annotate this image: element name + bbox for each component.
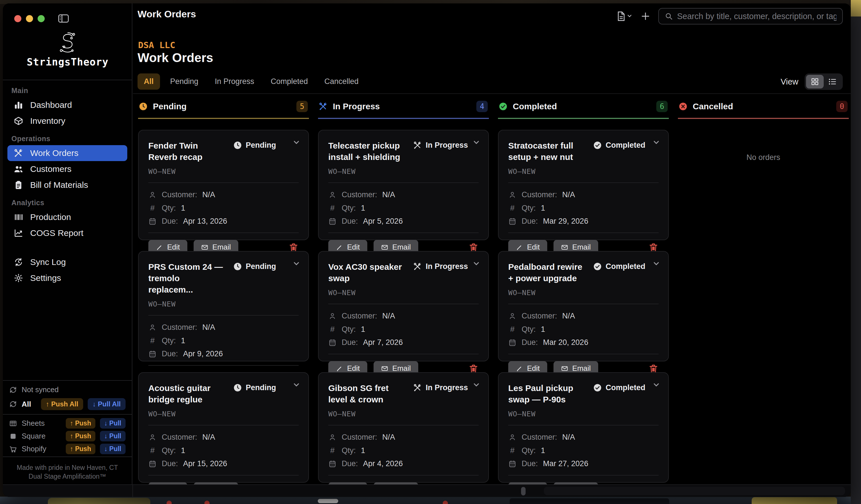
divider — [508, 304, 659, 304]
horizontal-scrollbar-track[interactable] — [544, 487, 845, 495]
nav-section-label: Analytics — [3, 193, 132, 209]
sidebar-item-cogs-report[interactable]: COGS Report — [8, 225, 127, 241]
tools-icon — [14, 148, 23, 158]
edit-button[interactable]: Edit — [328, 482, 367, 484]
due-label: Due: — [522, 338, 538, 347]
topbar-actions — [616, 8, 843, 25]
edit-button[interactable]: Edit — [508, 482, 547, 484]
sidebar-item-inventory[interactable]: Inventory — [8, 113, 127, 129]
push-square-button[interactable]: ↑ Push — [66, 431, 95, 442]
sidebar-item-label: Work Orders — [30, 148, 78, 158]
check-circle-icon — [593, 262, 602, 271]
close-window-button[interactable] — [14, 15, 21, 22]
card-meta: Customer: N/A # Qty: 1 Due: Apr 13, 2026 — [148, 191, 299, 226]
search-icon — [665, 12, 673, 20]
list-view-icon[interactable] — [824, 75, 841, 88]
divider — [328, 425, 479, 425]
pencil-icon — [516, 365, 523, 372]
tab-completed[interactable]: Completed — [264, 73, 314, 90]
due-value: Apr 7, 2026 — [363, 338, 403, 347]
company-name: DSA LLC — [138, 40, 175, 50]
zoom-window-button[interactable] — [38, 15, 45, 22]
gear-icon — [14, 273, 23, 283]
sidebar-item-production[interactable]: Production — [8, 209, 127, 225]
new-work-order-button[interactable] — [640, 11, 651, 22]
column-header: Cancelled 0 — [678, 97, 849, 119]
tab-all[interactable]: All — [137, 73, 160, 90]
divider — [148, 315, 299, 316]
person-icon — [508, 191, 517, 199]
sidebar-item-bill-of-materials[interactable]: Bill of Materials — [8, 177, 127, 193]
chevron-down-icon — [626, 13, 633, 20]
card-title: Stratocaster full setup + new nut — [508, 140, 583, 163]
card-meta: Customer: N/A # Qty: 1 Due: Mar 20, 2026 — [508, 312, 659, 347]
search-box — [658, 8, 843, 25]
push-sheets-button[interactable]: ↑ Push — [66, 418, 95, 429]
search-input[interactable] — [677, 12, 836, 21]
card-status-label: In Progress — [426, 141, 468, 150]
pull-all-button[interactable]: ↓ Pull All — [88, 398, 126, 410]
sync-status-row: Not synced — [9, 385, 126, 394]
hash-icon: # — [508, 325, 517, 334]
email-button[interactable]: Email — [373, 482, 418, 484]
work-order-code: WO–NEW — [328, 289, 479, 297]
chevron-down-icon[interactable] — [472, 259, 481, 268]
push-all-button[interactable]: ↑ Push All — [41, 398, 83, 410]
grid-view-icon[interactable] — [806, 75, 824, 88]
card-title: Les Paul pickup swap — P-90s — [508, 382, 583, 405]
macos-dock[interactable] — [0, 496, 851, 504]
sidebar-item-settings[interactable]: Settings — [8, 270, 127, 286]
work-order-code: WO–NEW — [508, 167, 659, 176]
sidebar-item-dashboard[interactable]: Dashboard — [8, 97, 127, 113]
chevron-down-icon[interactable] — [292, 138, 301, 147]
nav-section-label: Operations — [3, 129, 132, 145]
sync-target-label: Square — [22, 432, 45, 440]
tab-in-progress[interactable]: In Progress — [209, 73, 260, 90]
divider — [133, 93, 851, 94]
work-order-card: Gibson SG fret level & crown In Progress… — [318, 372, 489, 482]
export-document-icon[interactable] — [616, 11, 633, 22]
envelope-icon — [561, 365, 568, 372]
sync-all-label: All — [22, 400, 31, 409]
chevron-down-icon[interactable] — [472, 138, 481, 147]
sidebar-item-work-orders[interactable]: Work Orders — [8, 145, 127, 161]
card-title: Telecaster pickup install + shielding — [328, 140, 403, 163]
calendar-icon — [328, 338, 337, 347]
sidebar-toggle-icon[interactable] — [58, 13, 71, 24]
chevron-down-icon[interactable] — [292, 259, 301, 268]
chevron-down-icon[interactable] — [652, 380, 661, 389]
pull-square-button[interactable]: ↓ Pull — [100, 431, 126, 442]
email-button[interactable]: Email — [194, 482, 238, 484]
scrollbar-thumb[interactable] — [521, 487, 525, 495]
chevron-down-icon[interactable] — [292, 380, 301, 389]
tab-pending[interactable]: Pending — [164, 73, 205, 90]
sidebar-item-customers[interactable]: Customers — [8, 161, 127, 177]
pull-shopify-button[interactable]: ↓ Pull — [100, 444, 126, 454]
customer-value: N/A — [202, 191, 215, 199]
tab-cancelled[interactable]: Cancelled — [318, 73, 365, 90]
chevron-down-icon[interactable] — [652, 138, 661, 147]
customer-value: N/A — [202, 433, 215, 442]
edit-button[interactable]: Edit — [148, 482, 187, 484]
chevron-down-icon[interactable] — [472, 380, 481, 389]
pull-sheets-button[interactable]: ↓ Pull — [100, 418, 126, 429]
check-circle-icon — [593, 383, 602, 392]
card-meta: Customer: N/A # Qty: 1 Due: Mar 29, 2026 — [508, 191, 659, 226]
column-header: In Progress 4 — [318, 97, 489, 119]
push-shopify-button[interactable]: ↑ Push — [66, 444, 95, 454]
work-order-card: Stratocaster full setup + new nut Comple… — [498, 130, 669, 240]
work-order-card: PRS Custom 24 — tremolo replacem... Pend… — [138, 251, 309, 361]
calendar-icon — [328, 460, 337, 468]
card-status-chip: Pending — [233, 383, 276, 392]
minimize-window-button[interactable] — [26, 15, 33, 22]
person-icon — [148, 433, 156, 442]
chevron-down-icon[interactable] — [652, 259, 661, 268]
divider — [508, 425, 659, 425]
sidebar-item-sync-log[interactable]: Sync Log — [8, 254, 127, 270]
card-status-label: Pending — [246, 141, 276, 150]
card-status-chip: Pending — [233, 141, 276, 150]
email-button[interactable]: Email — [554, 482, 598, 484]
clock-icon — [233, 141, 242, 150]
status-filter-tabs: All Pending In Progress Completed Cancel… — [137, 73, 365, 90]
customer-value: N/A — [562, 191, 575, 199]
